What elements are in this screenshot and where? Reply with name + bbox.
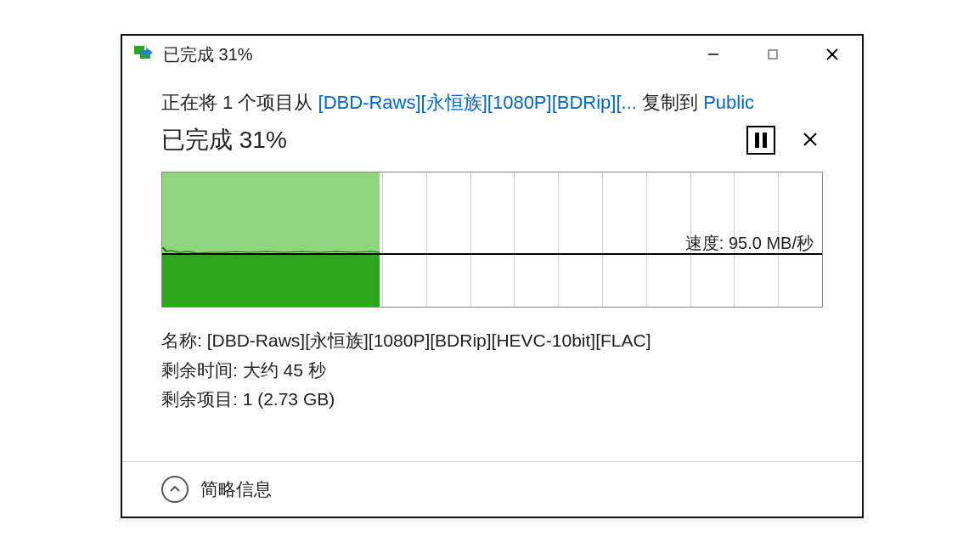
dialog-content: 正在将 1 个项目从 [DBD-Raws][永恒族][1080P][BDRip]…	[122, 73, 862, 461]
titlebar: 已完成 31%	[122, 36, 862, 73]
pause-icon	[755, 133, 759, 148]
dialog-footer: 简略信息	[122, 461, 862, 517]
time-remaining-value: 大约 45 秒	[243, 360, 326, 380]
file-copy-dialog: 已完成 31% 正在将 1 个项目从 [DBD-Raws][永恒族][1080P…	[121, 34, 864, 518]
items-remaining-label: 剩余项目:	[161, 389, 243, 409]
speed-chart: 速度: 95.0 MB/秒	[161, 172, 823, 308]
pause-button[interactable]	[746, 126, 775, 155]
copy-prefix: 正在将 1 个项目从	[161, 92, 318, 113]
chevron-up-icon	[168, 483, 182, 496]
svg-rect-2	[139, 51, 146, 54]
svg-rect-4	[769, 50, 777, 59]
status-row: 已完成 31%	[161, 124, 823, 156]
pause-icon	[763, 133, 767, 148]
speed-label: 速度: 95.0 MB/秒	[685, 232, 814, 255]
source-folder-link[interactable]: [DBD-Raws][永恒族][1080P][BDRip][...	[318, 92, 637, 113]
copy-middle: 复制到	[637, 92, 703, 113]
chart-fill-lower	[162, 253, 380, 307]
window-title: 已完成 31%	[163, 43, 684, 66]
detail-name-row: 名称: [DBD-Raws][永恒族][1080P][BDRip][HEVC-1…	[161, 326, 823, 356]
cancel-button[interactable]	[797, 127, 823, 154]
details-section: 名称: [DBD-Raws][永恒族][1080P][BDRip][HEVC-1…	[161, 326, 823, 415]
footer-toggle-label[interactable]: 简略信息	[200, 477, 272, 501]
copy-transfer-icon	[134, 46, 155, 63]
minimize-button[interactable]	[684, 36, 743, 73]
progress-status-text: 已完成 31%	[161, 124, 287, 156]
name-value: [DBD-Raws][永恒族][1080P][BDRip][HEVC-10bit…	[207, 330, 651, 350]
chart-speed-line	[162, 247, 380, 256]
maximize-button[interactable]	[743, 36, 803, 73]
collapse-details-button[interactable]	[161, 476, 189, 503]
chart-fill-upper	[162, 172, 380, 253]
detail-items-row: 剩余项目: 1 (2.73 GB)	[161, 385, 823, 415]
destination-folder-link[interactable]: Public	[703, 92, 754, 113]
time-remaining-label: 剩余时间:	[161, 360, 243, 380]
copy-description: 正在将 1 个项目从 [DBD-Raws][永恒族][1080P][BDRip]…	[161, 90, 823, 116]
items-remaining-value: 1 (2.73 GB)	[243, 389, 335, 409]
window-controls	[684, 36, 862, 73]
status-controls	[746, 126, 823, 155]
close-button[interactable]	[803, 36, 862, 73]
name-label: 名称:	[161, 330, 207, 350]
detail-time-row: 剩余时间: 大约 45 秒	[161, 356, 823, 386]
